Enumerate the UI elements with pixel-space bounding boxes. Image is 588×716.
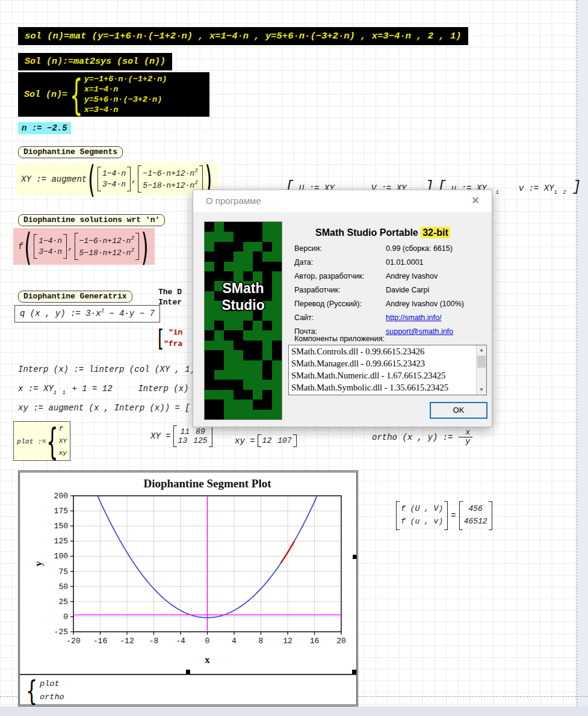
label-diophantine-segments[interactable]: Diophantine Segments (18, 146, 123, 158)
q-base: q (x , y) := 3·x (20, 309, 101, 318)
matrix-cell: 3−4·n (102, 179, 126, 190)
label-diophantine-generatrix[interactable]: Diophantine Generatrix (18, 291, 132, 303)
xy-augment-expression[interactable]: XY := augment ( 1−4·n 3−4·n , −1−6·n+12·… (16, 162, 218, 196)
mat2sys-definition-bar[interactable]: Sol (n):=mat2sys (sol (n)) (18, 53, 172, 70)
close-icon[interactable]: ✕ (468, 194, 483, 209)
fuv-evaluation[interactable]: f (U , V) f (u , v) = 456 46512 (395, 501, 494, 530)
plot-lhs: plot := (17, 437, 46, 445)
email-link[interactable]: support@smath.info (386, 327, 453, 336)
plot-brace: { (46, 420, 58, 462)
open-paren: ( (88, 158, 95, 200)
svg-text:0: 0 (63, 613, 68, 622)
ok-button[interactable]: OK (430, 402, 487, 419)
svg-text:x: x (205, 654, 210, 665)
developer-label: Разработчик: (294, 286, 340, 294)
smath-worksheet: sol (n)=mat (y=−1+6·n·(−1+2·n) , x=1−4·n… (0, 0, 588, 716)
matrix-cell: −1−6·n+12·n (143, 169, 194, 178)
matrix-xn: 1−4·n 3−4·n (97, 167, 131, 191)
author-value: Andrey Ivashov (386, 272, 438, 280)
about-dialog: О программе ✕ SMathStudio SMath Studio P… (193, 190, 492, 427)
plot-resize-handle-bottom-right[interactable] (352, 670, 356, 674)
svg-text:8: 8 (259, 637, 264, 646)
scroll-down-icon[interactable]: ▼ (477, 385, 486, 395)
plot-chart: -20-16-12-8-4048121620-25025507510012515… (20, 472, 356, 674)
logo-text: SMathStudio (205, 280, 282, 313)
svg-text:Diophantine Segment Plot: Diophantine Segment Plot (143, 477, 271, 490)
n-assignment[interactable]: n := −2.5 (18, 122, 71, 134)
plot-item: xy (58, 447, 67, 459)
component-item[interactable]: SMath.Math.Symbolic.dll - 1.35.6615.2342… (289, 381, 486, 393)
system-line: y=5+6·n·(−3+2·n) (84, 94, 167, 105)
site-link[interactable]: http://smath.info/ (386, 313, 441, 322)
xy-vector-result[interactable]: xy = 12107 (235, 434, 298, 447)
superscript: 2 (194, 180, 197, 186)
ortho-definition[interactable]: ortho (x , y) := − x y (372, 428, 472, 446)
ortho-lhs: ortho (x , y) := − (372, 433, 463, 442)
fraction-denominator: y (463, 437, 472, 446)
x-assignment[interactable]: x := XY1 1 + 1 = 12 Interp (x) = (18, 384, 199, 396)
f-lhs: f (18, 242, 23, 252)
version-value: 0.99 (сборка: 6615) (386, 244, 453, 253)
smath-logo: SMathStudio (204, 221, 282, 420)
date-label: Дата: (294, 258, 313, 267)
plot-resize-handle-bottom-center[interactable] (186, 670, 190, 674)
translation-label: Перевод (Русский): (294, 300, 362, 308)
svg-text:12: 12 (283, 637, 292, 646)
close-bracket: ] (572, 179, 581, 195)
bitness-highlight: 32-bit (421, 227, 450, 238)
component-item[interactable]: SMath.Math.Numeric.dll - 1.67.6615.23425 (289, 369, 486, 381)
scroll-thumb[interactable] (477, 356, 486, 368)
sol-definition-bar[interactable]: sol (n)=mat (y=−1+6·n·(−1+2·n) , x=1−4·n… (18, 27, 468, 45)
svg-text:50: 50 (58, 582, 68, 591)
author-label: Автор, разработчик: (294, 272, 365, 280)
string-cell: "fra (164, 338, 182, 350)
f-solutions-expression[interactable]: f ( 1−4·n 3−4·n , −1−6·n+12·n2 5−18·n+12… (13, 228, 155, 265)
superscript: 2 (194, 168, 197, 174)
inputs-brace: { (26, 674, 37, 706)
version-label: Версия: (294, 244, 322, 253)
date-value: 01.01.0001 (386, 258, 424, 267)
dialog-titlebar[interactable]: О программе ✕ (193, 190, 492, 212)
components-listbox[interactable]: SMath.Controls.dll - 0.99.6615.23426 SMa… (288, 345, 487, 395)
scroll-up-icon[interactable]: ▲ (477, 345, 486, 355)
sol-system-result[interactable]: Sol (n)= { y=−1+6·n·(−1+2·n) x=1−4·n y=5… (18, 72, 209, 117)
svg-text:150: 150 (54, 522, 68, 531)
xy-augment-lhs: XY := augment (21, 174, 87, 184)
subscript: 1 1 (54, 390, 67, 396)
plot-input-item: plot (40, 677, 64, 691)
svg-text:200: 200 (54, 492, 68, 501)
plot-inputs-section[interactable]: { plot ortho (20, 674, 356, 705)
note-text[interactable]: The DInter (158, 287, 182, 307)
q-generatrix-definition[interactable]: q (x , y) := 3·x2 − 4·y − 7 (14, 305, 160, 323)
component-item[interactable]: SMath.Controls.dll - 0.99.6615.23426 (289, 345, 486, 357)
q-rest: − 4·y − 7 (104, 309, 155, 318)
plot-resize-handle-right[interactable] (353, 555, 357, 559)
open-bracket: [ (158, 325, 164, 352)
v-lower: v := XY (519, 184, 554, 193)
svg-text:75: 75 (58, 567, 68, 576)
interp-evaluation: Interp (x) = (138, 384, 199, 393)
open-paren: ( (24, 224, 31, 269)
plot-item: f (58, 423, 67, 435)
component-item[interactable]: SMath.Manager.dll - 0.99.6615.23423 (289, 357, 486, 369)
interp-definition[interactable]: Interp (x) := linterp (col (XY , 1) (18, 365, 195, 374)
system-line: x=3−4·n (84, 105, 167, 115)
string-matrix[interactable]: [ "in "fra (158, 327, 182, 350)
listbox-scrollbar[interactable]: ▲ ▼ (476, 345, 486, 395)
svg-text:25: 25 (58, 597, 68, 606)
svg-text:-4: -4 (176, 637, 185, 646)
developer-value: Davide Carpi (386, 286, 429, 294)
close-paren: ) (141, 224, 149, 269)
xy-matrix-result[interactable]: XY = 1189 13125 (150, 425, 214, 447)
xy-assignment[interactable]: xy := augment (x , Interp (x)) = [ 1 (18, 403, 200, 413)
svg-text:-25: -25 (54, 628, 68, 637)
matrix-xn: 1−4·n 3−4·n (34, 234, 67, 259)
system-line: x=1−4·n (84, 84, 167, 94)
svg-text:-12: -12 (120, 637, 134, 646)
plot-input-item: ortho (40, 691, 64, 704)
site-label: Сайт: (294, 313, 314, 322)
svg-text:0: 0 (205, 637, 210, 646)
plot-definition-box[interactable]: plot := { f XY xy (13, 421, 70, 461)
xy-vector-lhs: xy = (235, 436, 255, 446)
plot-item: XY (58, 435, 67, 447)
